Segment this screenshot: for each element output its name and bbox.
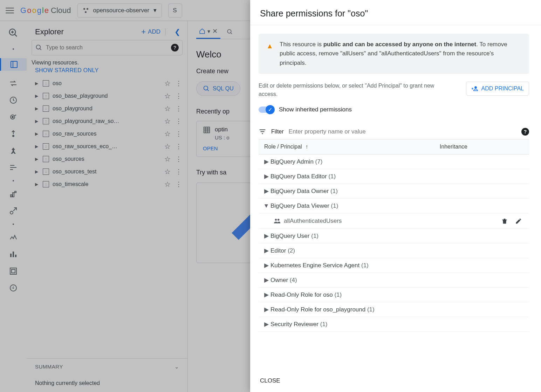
public-access-notice: ▲ This resource is public and can be acc… bbox=[259, 34, 529, 74]
delete-icon[interactable] bbox=[498, 218, 512, 225]
role-count: (1) bbox=[334, 291, 342, 298]
expand-icon[interactable]: ▶ bbox=[262, 321, 270, 328]
role-name: BigQuery Data Editor bbox=[270, 173, 327, 180]
permissions-table-header: Role / Principal ↑ Inheritance bbox=[259, 139, 529, 154]
expand-icon[interactable]: ▶ bbox=[262, 276, 270, 284]
role-count: (4) bbox=[290, 277, 297, 284]
svg-point-17 bbox=[475, 86, 477, 89]
col-role-principal[interactable]: Role / Principal bbox=[264, 144, 302, 150]
role-count: (1) bbox=[367, 306, 375, 313]
share-permissions-panel: Share permissions for "oso" ▲ This resou… bbox=[250, 0, 541, 392]
role-row[interactable]: ▶ BigQuery Data Owner (1) bbox=[259, 184, 529, 199]
role-count: (7) bbox=[315, 158, 323, 165]
filter-label: Filter bbox=[271, 129, 284, 135]
role-name: Read-Only Role for oso bbox=[270, 291, 333, 298]
role-count: (1) bbox=[331, 202, 338, 209]
add-principal-button[interactable]: ADD PRINCIPAL bbox=[466, 82, 529, 96]
role-row[interactable]: ▼ BigQuery Data Viewer (1) bbox=[259, 199, 529, 213]
warning-icon: ▲ bbox=[266, 41, 273, 51]
inherited-permissions-toggle[interactable]: ✓ bbox=[259, 106, 274, 113]
role-name: BigQuery User bbox=[270, 233, 309, 240]
role-name: BigQuery Data Owner bbox=[270, 188, 329, 195]
role-row[interactable]: ▶ Read-Only Role for oso_playground (1) bbox=[259, 302, 529, 317]
principal-name: allAuthenticatedUsers bbox=[284, 218, 342, 225]
role-count: (1) bbox=[361, 262, 369, 269]
group-icon bbox=[273, 217, 281, 225]
role-name: BigQuery Admin bbox=[270, 158, 314, 165]
help-icon[interactable]: ? bbox=[521, 128, 529, 136]
role-name: Owner bbox=[270, 277, 288, 284]
collapse-icon[interactable]: ▼ bbox=[262, 202, 270, 209]
role-row[interactable]: ▶ Owner (4) bbox=[259, 273, 529, 288]
role-row[interactable]: ▶ Security Reviewer (1) bbox=[259, 317, 529, 332]
role-row[interactable]: ▶ Read-Only Role for oso (1) bbox=[259, 288, 529, 302]
toggle-label: Show inherited permissions bbox=[279, 106, 352, 113]
expand-icon[interactable]: ▶ bbox=[262, 306, 270, 313]
panel-title: Share permissions for "oso" bbox=[250, 0, 541, 25]
role-name: Editor bbox=[270, 247, 286, 254]
expand-icon[interactable]: ▶ bbox=[262, 232, 270, 240]
role-row[interactable]: ▶ Editor (2) bbox=[259, 243, 529, 258]
role-row[interactable]: ▶ BigQuery Data Editor (1) bbox=[259, 169, 529, 184]
role-count: (1) bbox=[311, 233, 319, 240]
roles-list: ▶ BigQuery Admin (7)▶ BigQuery Data Edit… bbox=[259, 154, 529, 332]
filter-input[interactable] bbox=[289, 128, 516, 135]
principal-row: allAuthenticatedUsers bbox=[259, 213, 529, 229]
expand-icon[interactable]: ▶ bbox=[262, 262, 270, 269]
role-count: (2) bbox=[288, 247, 295, 254]
expand-icon[interactable]: ▶ bbox=[262, 187, 270, 195]
role-name: Read-Only Role for oso_playground bbox=[270, 306, 365, 313]
expand-icon[interactable]: ▶ bbox=[262, 173, 270, 180]
role-name: Security Reviewer bbox=[270, 321, 319, 328]
edit-icon[interactable] bbox=[512, 218, 526, 225]
expand-icon[interactable]: ▶ bbox=[262, 158, 270, 165]
add-user-icon bbox=[471, 85, 478, 92]
role-row[interactable]: ▶ BigQuery Admin (7) bbox=[259, 154, 529, 169]
filter-icon bbox=[259, 128, 266, 136]
role-row[interactable]: ▶ Kubernetes Engine Service Agent (1) bbox=[259, 258, 529, 273]
role-count: (1) bbox=[328, 173, 336, 180]
svg-point-18 bbox=[275, 219, 277, 221]
role-name: BigQuery Data Viewer bbox=[270, 202, 329, 209]
col-inheritance[interactable]: Inheritance bbox=[440, 144, 523, 150]
role-row[interactable]: ▶ BigQuery User (1) bbox=[259, 229, 529, 243]
role-name: Kubernetes Engine Service Agent bbox=[270, 262, 359, 269]
role-count: (1) bbox=[320, 321, 328, 328]
expand-icon[interactable]: ▶ bbox=[262, 291, 270, 298]
edit-permissions-hint: Edit or delete permissions below, or sel… bbox=[259, 82, 441, 98]
sort-ascending-icon[interactable]: ↑ bbox=[306, 144, 308, 150]
svg-point-19 bbox=[278, 219, 280, 221]
close-button[interactable]: CLOSE bbox=[260, 377, 280, 384]
role-count: (1) bbox=[330, 188, 338, 195]
expand-icon[interactable]: ▶ bbox=[262, 247, 270, 254]
